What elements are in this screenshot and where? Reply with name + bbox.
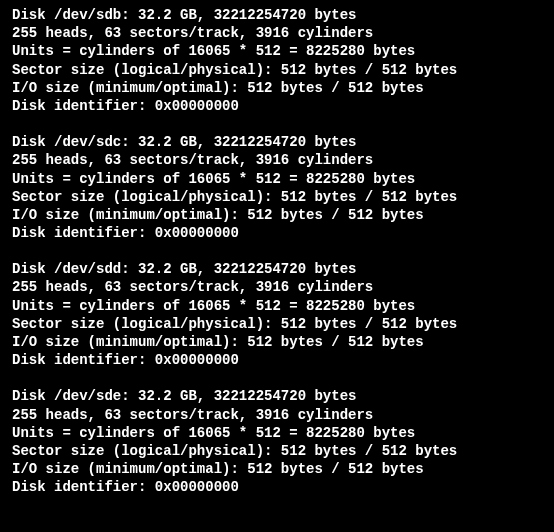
disk-header: Disk /dev/sde: 32.2 GB, 32212254720 byte… [12, 387, 542, 405]
disk-header: Disk /dev/sdd: 32.2 GB, 32212254720 byte… [12, 260, 542, 278]
disk-io-size: I/O size (minimum/optimal): 512 bytes / … [12, 79, 542, 97]
disk-identifier: Disk identifier: 0x00000000 [12, 351, 542, 369]
disk-sector-size: Sector size (logical/physical): 512 byte… [12, 61, 542, 79]
terminal-output: Disk /dev/sdb: 32.2 GB, 32212254720 byte… [12, 6, 542, 497]
disk-sector-size: Sector size (logical/physical): 512 byte… [12, 188, 542, 206]
disk-identifier: Disk identifier: 0x00000000 [12, 478, 542, 496]
disk-io-size: I/O size (minimum/optimal): 512 bytes / … [12, 333, 542, 351]
disk-identifier: Disk identifier: 0x00000000 [12, 97, 542, 115]
disk-sector-size: Sector size (logical/physical): 512 byte… [12, 442, 542, 460]
disk-units: Units = cylinders of 16065 * 512 = 82252… [12, 424, 542, 442]
disk-io-size: I/O size (minimum/optimal): 512 bytes / … [12, 206, 542, 224]
disk-geometry: 255 heads, 63 sectors/track, 3916 cylind… [12, 406, 542, 424]
disk-info-block: Disk /dev/sdb: 32.2 GB, 32212254720 byte… [12, 6, 542, 115]
disk-geometry: 255 heads, 63 sectors/track, 3916 cylind… [12, 24, 542, 42]
disk-info-block: Disk /dev/sdc: 32.2 GB, 32212254720 byte… [12, 133, 542, 242]
disk-units: Units = cylinders of 16065 * 512 = 82252… [12, 42, 542, 60]
disk-info-block: Disk /dev/sde: 32.2 GB, 32212254720 byte… [12, 387, 542, 496]
disk-io-size: I/O size (minimum/optimal): 512 bytes / … [12, 460, 542, 478]
disk-geometry: 255 heads, 63 sectors/track, 3916 cylind… [12, 151, 542, 169]
disk-header: Disk /dev/sdb: 32.2 GB, 32212254720 byte… [12, 6, 542, 24]
disk-header: Disk /dev/sdc: 32.2 GB, 32212254720 byte… [12, 133, 542, 151]
disk-sector-size: Sector size (logical/physical): 512 byte… [12, 315, 542, 333]
disk-identifier: Disk identifier: 0x00000000 [12, 224, 542, 242]
disk-info-block: Disk /dev/sdd: 32.2 GB, 32212254720 byte… [12, 260, 542, 369]
disk-units: Units = cylinders of 16065 * 512 = 82252… [12, 170, 542, 188]
disk-units: Units = cylinders of 16065 * 512 = 82252… [12, 297, 542, 315]
disk-geometry: 255 heads, 63 sectors/track, 3916 cylind… [12, 278, 542, 296]
